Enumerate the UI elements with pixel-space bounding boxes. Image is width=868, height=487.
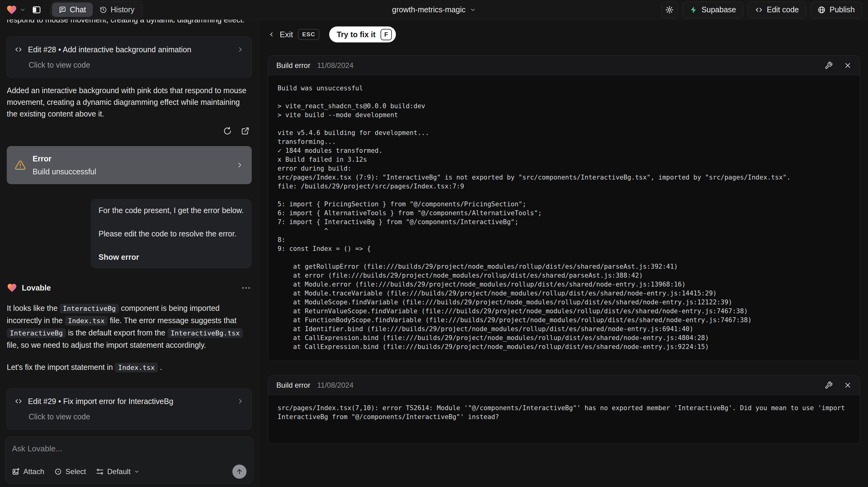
build-error-card-2: Build error 11/08/2024 src/pages/Index.t…: [268, 375, 860, 444]
build-error-title: Build error: [276, 61, 310, 70]
globe-icon: [817, 6, 826, 14]
build-error-chip[interactable]: Error Build unsuccessful: [7, 146, 252, 184]
chevron-right-icon: [237, 46, 244, 53]
user-message-text: Please edit the code to resolve the erro…: [99, 228, 244, 240]
inline-code: InteractiveBg.tsx: [167, 328, 243, 338]
tab-chat-label: Chat: [70, 5, 86, 14]
chevron-right-icon: [237, 398, 244, 405]
lovable-workspace-menu[interactable]: [6, 4, 26, 16]
exit-button[interactable]: Exit ESC: [268, 29, 319, 40]
edit-28-card[interactable]: Edit #28 • Add interactive background an…: [7, 37, 252, 78]
model-label: Default: [107, 467, 131, 476]
tab-chat[interactable]: Chat: [52, 2, 93, 17]
fix-wrench-button[interactable]: [825, 381, 833, 389]
build-error-card-header: Build error 11/08/2024: [268, 375, 860, 395]
gear-icon: [665, 5, 674, 14]
select-button[interactable]: Select: [54, 467, 86, 476]
close-icon[interactable]: [844, 381, 852, 389]
error-chip-title: Error: [33, 153, 96, 164]
assistant-message-header: Lovable: [7, 282, 252, 294]
message-more-button[interactable]: [240, 285, 252, 291]
publish-button[interactable]: Publish: [810, 2, 862, 18]
inline-code: Index.tsx: [65, 316, 107, 326]
build-error-date: 11/08/2024: [317, 61, 353, 70]
select-target-icon: [54, 468, 62, 476]
edit-card-title: Edit #29 • Fix import error for Interact…: [28, 395, 173, 407]
code-brackets-icon: [14, 397, 23, 405]
edit-card-title: Edit #28 • Add interactive background an…: [28, 44, 191, 55]
chat-sidebar: maybe diagramming points and when you mo…: [0, 20, 259, 487]
arrow-up-icon: [236, 468, 243, 475]
message-actions: [7, 126, 250, 135]
chevron-left-icon: [268, 31, 275, 38]
supabase-button[interactable]: Supabase: [682, 2, 743, 18]
close-icon[interactable]: [844, 61, 852, 69]
lovable-logo-icon: [6, 4, 17, 16]
chat-bubble-icon: [59, 6, 66, 13]
sliders-icon: [96, 468, 104, 476]
model-selector[interactable]: Default: [96, 467, 140, 476]
chevron-right-icon: [236, 161, 244, 169]
project-switcher[interactable]: growth-metrics-magic: [392, 5, 476, 14]
f-key-badge: F: [380, 29, 392, 40]
attach-image-icon: [12, 468, 20, 476]
edit-card-subtitle: Click to view code: [29, 59, 244, 71]
assistant-text-rich: Let's fix the import statement in Index.…: [7, 361, 252, 373]
error-toolbar: Exit ESC Try to fix it F: [268, 26, 860, 42]
edit-code-label: Edit code: [767, 5, 799, 14]
code-brackets-icon: [14, 45, 23, 54]
chevron-down-icon: [134, 469, 140, 475]
settings-button[interactable]: [661, 2, 678, 18]
inline-code: InteractiveBg: [7, 328, 66, 338]
topbar: Chat History growth-metrics-magic S: [0, 0, 868, 20]
user-message-text: For the code present, I get the error be…: [99, 205, 244, 216]
tab-history[interactable]: History: [93, 2, 142, 17]
build-error-title: Build error: [276, 381, 310, 390]
build-log: src/pages/Index.tsx(7,10): error TS2614:…: [278, 404, 850, 422]
assistant-text: I'll help create an interactive backgrou…: [7, 20, 252, 26]
assistant-text-rich: It looks like the InteractiveBg componen…: [7, 302, 252, 351]
composer: Attach Select Default: [5, 436, 254, 484]
attach-label: Attach: [23, 467, 44, 476]
edit-code-button[interactable]: Edit code: [748, 2, 806, 18]
tab-history-label: History: [111, 5, 135, 14]
inline-code: InteractiveBg: [60, 304, 119, 313]
chat-message-list: maybe diagramming points and when you mo…: [0, 20, 258, 429]
chevron-down-icon: [20, 7, 26, 13]
chat-history-switcher: Chat History: [51, 1, 143, 19]
edit-29-card[interactable]: Edit #29 • Fix import error for Interact…: [7, 388, 252, 429]
supabase-bolt-icon: [689, 6, 698, 14]
show-error-link[interactable]: Show error: [99, 251, 244, 263]
chat-input[interactable]: [12, 444, 247, 454]
publish-label: Publish: [830, 5, 855, 14]
build-error-card-header: Build error 11/08/2024: [268, 56, 860, 75]
fix-button-label: Try to fix it: [337, 30, 375, 39]
exit-label: Exit: [280, 30, 293, 39]
build-error-date: 11/08/2024: [317, 381, 353, 390]
toggle-sidebar-button[interactable]: [31, 4, 42, 16]
assistant-text: Added an interactive background with pin…: [7, 85, 252, 120]
error-view: Exit ESC Try to fix it F Build error 11/…: [259, 20, 868, 487]
build-log: Build was unsuccessful > vite_react_shad…: [278, 84, 850, 352]
edit-card-subtitle: Click to view code: [29, 411, 244, 422]
restore-button[interactable]: [223, 126, 232, 135]
build-error-card-1: Build error 11/08/2024 Build was unsucce…: [268, 55, 860, 361]
fix-wrench-button[interactable]: [825, 61, 833, 69]
open-preview-button[interactable]: [241, 126, 250, 135]
send-button[interactable]: [232, 464, 247, 479]
attach-button[interactable]: Attach: [12, 467, 44, 476]
supabase-label: Supabase: [702, 5, 736, 14]
try-to-fix-button[interactable]: Try to fix it F: [329, 26, 396, 42]
lovable-avatar: [7, 282, 17, 293]
panel-toggle-icon: [32, 5, 41, 14]
history-icon: [100, 6, 107, 13]
assistant-name: Lovable: [22, 282, 51, 294]
error-chip-subtitle: Build unsuccessful: [33, 166, 96, 177]
project-name: growth-metrics-magic: [392, 5, 466, 14]
user-message: For the code present, I get the error be…: [91, 199, 252, 268]
inline-code: Index.tsx: [115, 363, 158, 372]
code-brackets-icon: [755, 6, 763, 14]
esc-key-badge: ESC: [298, 29, 319, 40]
select-label: Select: [65, 467, 86, 476]
chevron-down-icon: [470, 7, 476, 13]
